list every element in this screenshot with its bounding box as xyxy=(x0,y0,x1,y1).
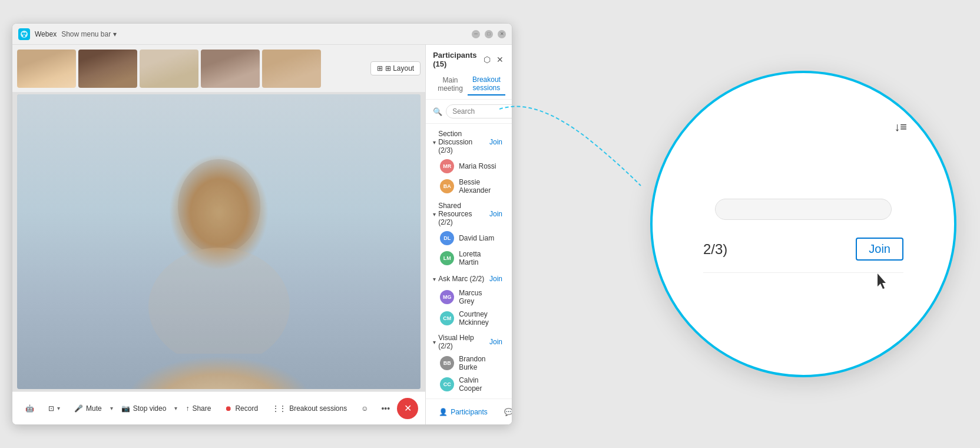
name-loretta-martin: Loretta Martin xyxy=(459,250,498,266)
join-visual-help-button[interactable]: Join xyxy=(487,337,505,347)
close-button[interactable]: ✕ xyxy=(498,30,506,38)
sidebar-tabs: Main meeting Breakout sessions xyxy=(433,73,505,95)
group-ask-marc-title: ▾ Ask Marc (2/2) xyxy=(433,275,484,283)
zoom-connector-line xyxy=(499,91,676,209)
participants-tab-button[interactable]: 👤 Participants xyxy=(433,404,494,420)
sidebar-title: Participants (15) xyxy=(433,51,482,68)
mute-chevron: ▾ xyxy=(110,405,113,411)
main-video xyxy=(17,94,421,389)
participant-calvin-cooper: CC Calvin Cooper xyxy=(426,374,512,395)
captions-chevron: ▾ xyxy=(57,405,60,411)
captions-button[interactable]: ⊡ ▾ xyxy=(42,401,66,416)
tab-breakout-sessions[interactable]: Breakout sessions xyxy=(468,73,505,95)
avatar-courtney-mckinney: CM xyxy=(440,311,454,325)
group-visual-help-title: ▾ Visual Help (2/2) xyxy=(433,334,487,350)
app-title: Webex xyxy=(35,30,57,38)
group-shared-resources-header: ▾ Shared Resources (2/2) Join xyxy=(426,198,512,229)
mic-icon: 🎤 xyxy=(74,404,83,413)
participants-icon: 👤 xyxy=(439,408,448,416)
participant-maria-rossi: MR Maria Rossi xyxy=(426,157,512,176)
thumbnail-5[interactable] xyxy=(262,50,321,88)
zoom-circle: ↓≡ 2/3) Join xyxy=(650,71,956,377)
stop-video-button[interactable]: 📷 Stop video xyxy=(115,401,173,416)
layout-icon: ⊞ xyxy=(377,64,383,73)
participant-courtney-mckinney: CM Courtney Mckinney xyxy=(426,308,512,329)
webex-logo xyxy=(18,28,30,40)
more-button[interactable]: ••• xyxy=(376,400,395,417)
svg-point-1 xyxy=(22,32,24,35)
content-area: ⊞ ⊞ Layout 🤖 ⊡ ▾ xyxy=(12,45,512,424)
participant-david-liam: DL David Liam xyxy=(426,229,512,248)
reactions-button[interactable]: ☺ xyxy=(355,401,374,416)
video-chevron: ▾ xyxy=(174,405,177,411)
svg-point-2 xyxy=(24,32,27,35)
sidebar-bottom-toolbar: 👤 Participants 💬 Chat ••• xyxy=(426,398,512,424)
record-button[interactable]: ⏺ Record xyxy=(219,401,264,416)
name-courtney-mckinney: Courtney Mckinney xyxy=(459,310,498,327)
sidebar: Participants (15) ⬡ ✕ Main meeting Break… xyxy=(425,45,512,424)
zoom-group-header: 2/3) Join xyxy=(703,238,903,261)
zoom-cursor xyxy=(878,274,889,292)
maximize-button[interactable]: □ xyxy=(485,30,493,38)
chat-icon: 💬 xyxy=(504,408,512,416)
breakout-button[interactable]: ⋮⋮ Breakout sessions xyxy=(266,401,353,416)
participant-brandon-burke: BB Brandon Burke xyxy=(426,353,512,374)
tab-main-meeting[interactable]: Main meeting xyxy=(433,73,468,95)
thumbnail-3[interactable] xyxy=(140,50,198,88)
avatar-brandon-burke: BB xyxy=(440,356,454,370)
participants-list: ▾ Section Discussion (2/3) Join MR Maria… xyxy=(426,124,512,398)
share-button[interactable]: ↑ Share xyxy=(180,401,217,416)
thumbnail-2[interactable] xyxy=(78,50,137,88)
record-icon: ⏺ xyxy=(225,404,232,413)
title-bar-left: Webex Show menu bar ▾ xyxy=(18,28,117,40)
chat-tab-button[interactable]: 💬 Chat xyxy=(498,404,512,420)
svg-point-3 xyxy=(23,35,25,37)
webex-ai-button[interactable]: 🤖 xyxy=(19,401,40,416)
webex-window: Webex Show menu bar ▾ ─ □ ✕ ⊞ ⊞ Layout xyxy=(12,23,512,425)
thumbnail-4[interactable] xyxy=(201,50,260,88)
mute-button[interactable]: 🎤 Mute xyxy=(68,401,108,416)
group-visual-help-header: ▾ Visual Help (2/2) Join xyxy=(426,330,512,353)
join-ask-marc-button[interactable]: Join xyxy=(487,274,505,284)
reactions-icon: ☺ xyxy=(361,404,368,413)
avatar-marcus-grey: MG xyxy=(440,290,454,304)
join-shared-resources-button[interactable]: Join xyxy=(487,209,505,219)
group-shared-resources: ▾ Shared Resources (2/2) Join DL David L… xyxy=(426,198,512,269)
sidebar-title-row: Participants (15) ⬡ ✕ xyxy=(433,51,505,68)
avatar-calvin-cooper: CC xyxy=(440,377,454,391)
layout-button[interactable]: ⊞ ⊞ Layout xyxy=(370,61,421,75)
name-bessie-alexander: Bessie Alexander xyxy=(459,178,498,195)
avatar-loretta-martin: LM xyxy=(440,251,454,265)
group-section-discussion: ▾ Section Discussion (2/3) Join MR Maria… xyxy=(426,126,512,197)
name-brandon-burke: Brandon Burke xyxy=(459,355,498,371)
svg-point-4 xyxy=(178,159,260,253)
search-row: 🔍 ↓≡ xyxy=(426,100,512,124)
zoom-search-bar[interactable] xyxy=(715,199,892,220)
search-input[interactable] xyxy=(446,104,512,118)
zoom-join-button[interactable]: Join xyxy=(856,238,903,261)
end-call-icon: ✕ xyxy=(404,403,412,414)
join-section-discussion-button[interactable]: Join xyxy=(487,137,505,147)
thumbnail-1[interactable] xyxy=(17,50,76,88)
close-sidebar-button[interactable]: ✕ xyxy=(495,54,505,65)
zoom-sort-icon[interactable]: ↓≡ xyxy=(894,120,907,134)
end-call-button[interactable]: ✕ xyxy=(397,398,418,419)
zoom-divider xyxy=(703,272,903,273)
svg-marker-6 xyxy=(878,274,886,289)
group-chevron-4: ▾ xyxy=(433,339,436,345)
main-area: ⊞ ⊞ Layout 🤖 ⊡ ▾ xyxy=(12,45,425,424)
name-calvin-cooper: Calvin Cooper xyxy=(459,376,498,393)
sidebar-header-icons: ⬡ ✕ xyxy=(482,54,505,65)
group-ask-marc: ▾ Ask Marc (2/2) Join MG Marcus Grey CM … xyxy=(426,270,512,329)
group-chevron-2: ▾ xyxy=(433,211,436,218)
thumbnails-bar: ⊞ ⊞ Layout xyxy=(12,45,425,92)
window-controls: ─ □ ✕ xyxy=(472,30,506,38)
share-icon: ↑ xyxy=(186,404,189,413)
search-icon: 🔍 xyxy=(433,107,442,116)
group-visual-help: ▾ Visual Help (2/2) Join BB Brandon Burk… xyxy=(426,330,512,395)
name-david-liam: David Liam xyxy=(459,234,494,242)
minimize-button[interactable]: ─ xyxy=(472,30,480,38)
menu-bar-toggle[interactable]: Show menu bar ▾ xyxy=(61,30,116,38)
group-section-discussion-title: ▾ Section Discussion (2/3) xyxy=(433,130,487,154)
popout-button[interactable]: ⬡ xyxy=(482,54,492,65)
